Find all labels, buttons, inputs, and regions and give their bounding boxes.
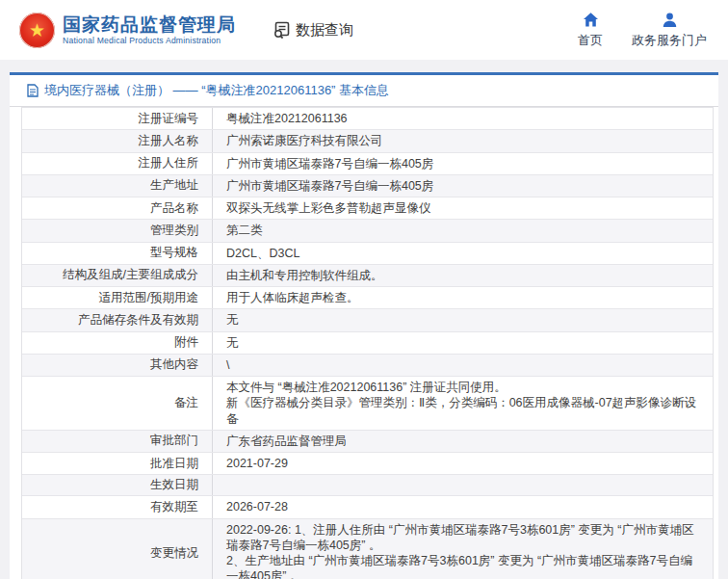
- row-label-text: 型号规格: [150, 245, 198, 261]
- table-row: 注册人住所 广州市黄埔区瑞泰路7号自编一栋405房: [22, 153, 713, 175]
- row-value: 广州索诺康医疗科技有限公司: [213, 130, 713, 151]
- row-value: 广州市黄埔区瑞泰路7号自编一栋405房: [213, 175, 713, 197]
- row-value: 双探头无线掌上彩色多普勒超声显像仪: [213, 197, 713, 219]
- row-label: 其他内容: [22, 355, 213, 376]
- home-icon: [583, 12, 599, 28]
- user-icon: [662, 12, 678, 28]
- row-label-text: 注册人名称: [139, 133, 199, 149]
- row-label: 变更情况: [22, 519, 213, 579]
- row-label-text: 备注: [174, 395, 198, 411]
- table-row: 注册证编号 粤械注准20212061136: [22, 108, 713, 130]
- table-row: 型号规格 D2CL、D3CL: [22, 243, 713, 265]
- nmpa-emblem-logo: ★: [19, 13, 55, 48]
- row-label-text: 变更情况: [150, 545, 198, 562]
- row-value: 第二类: [213, 220, 713, 241]
- data-query-link[interactable]: 数据查询: [273, 21, 353, 39]
- top-nav: 首页 政务服务门户: [578, 12, 707, 49]
- org-name-cn: 国家药品监督管理局: [63, 14, 236, 36]
- row-label-text: 注册人住所: [139, 155, 199, 171]
- row-label-text: 管理类别: [150, 223, 198, 239]
- brand-text: 国家药品监督管理局 National Medical Products Admi…: [63, 14, 236, 46]
- row-value: 由主机和专用控制软件组成。: [213, 265, 713, 286]
- row-value: 无: [213, 332, 713, 354]
- row-value: 粤械注准20212061136: [213, 108, 713, 129]
- row-label: 结构及组成/主要组成成分: [22, 265, 213, 286]
- row-value: 2021-07-29: [213, 453, 713, 474]
- row-label: 附件: [22, 332, 213, 354]
- row-label: 管理类别: [22, 220, 213, 241]
- row-label: 有效期至: [22, 496, 213, 517]
- row-value: 用于人体临床超声检查。: [213, 287, 713, 308]
- info-table: 注册证编号 粤械注准20212061136 注册人名称 广州索诺康医疗科技有限公…: [21, 107, 714, 579]
- table-row: 生产地址 广州市黄埔区瑞泰路7号自编一栋405房: [22, 175, 713, 197]
- row-label-text: 审批部门: [150, 433, 198, 449]
- table-row: 注册人名称 广州索诺康医疗科技有限公司: [22, 130, 713, 152]
- nav-home[interactable]: 首页: [578, 12, 603, 49]
- row-label-text: 结构及组成/主要组成成分: [63, 267, 198, 283]
- table-row: 产品名称 双探头无线掌上彩色多普勒超声显像仪: [22, 197, 713, 220]
- row-label: 注册人住所: [22, 153, 213, 174]
- row-label: 注册证编号: [22, 108, 213, 129]
- table-row: 附件 无: [22, 332, 713, 355]
- data-query-icon: [273, 21, 291, 39]
- row-label-text: 其他内容: [150, 356, 198, 373]
- row-label: 注册人名称: [22, 130, 213, 151]
- row-value: D2CL、D3CL: [213, 243, 713, 264]
- row-label-text: 产品名称: [150, 200, 198, 217]
- row-value: \: [213, 355, 713, 376]
- row-label: 批准日期: [22, 453, 213, 474]
- row-label-text: 生效日期: [150, 477, 198, 493]
- table-row: 适用范围/预期用途 用于人体临床超声检查。: [22, 287, 713, 309]
- row-label-text: 批准日期: [150, 456, 198, 472]
- row-label-text: 有效期至: [150, 499, 198, 515]
- table-row: 生效日期: [22, 475, 713, 496]
- row-label-text: 产品储存条件及有效期: [78, 312, 198, 329]
- row-value: 无: [213, 309, 713, 330]
- nav-gov-portal[interactable]: 政务服务门户: [632, 12, 707, 49]
- row-value: 广东省药品监督管理局: [213, 431, 713, 452]
- page-title: 境内医疗器械（注册） —— “粤械注准20212061136” 基本信息: [44, 82, 389, 99]
- content-card: 境内医疗器械（注册） —— “粤械注准20212061136” 基本信息 注册证…: [10, 72, 718, 579]
- row-value: 本文件与 “粤械注准20212061136” 注册证共同使用。 新《医疗器械分类…: [213, 377, 713, 430]
- table-row: 审批部门 广东省药品监督管理局: [22, 431, 713, 453]
- row-label: 型号规格: [22, 243, 213, 264]
- row-label: 产品储存条件及有效期: [22, 309, 213, 330]
- row-label: 产品名称: [22, 197, 213, 219]
- table-row: 其他内容 \: [22, 355, 713, 377]
- row-value: 2026-07-28: [213, 496, 713, 517]
- row-label: 生产地址: [22, 175, 213, 197]
- table-row: 结构及组成/主要组成成分 由主机和专用控制软件组成。: [22, 265, 713, 287]
- row-label: 生效日期: [22, 475, 213, 495]
- data-query-label: 数据查询: [296, 21, 353, 39]
- document-icon: [27, 84, 39, 97]
- table-row: 有效期至 2026-07-28: [22, 496, 713, 518]
- row-label-text: 附件: [174, 334, 198, 351]
- row-label-text: 生产地址: [150, 177, 198, 194]
- row-value: 广州市黄埔区瑞泰路7号自编一栋405房: [213, 153, 713, 174]
- page-title-bar: 境内医疗器械（注册） —— “粤械注准20212061136” 基本信息: [10, 75, 718, 107]
- org-name-en: National Medical Products Administration: [63, 36, 236, 46]
- row-value: 2022-09-26: 1、注册人住所由 “广州市黄埔区瑞泰路7号3栋601房”…: [213, 519, 713, 579]
- table-row: 产品储存条件及有效期 无: [22, 309, 713, 331]
- table-row: 管理类别 第二类: [22, 220, 713, 242]
- row-label-text: 适用范围/预期用途: [99, 290, 198, 306]
- row-label: 适用范围/预期用途: [22, 287, 213, 308]
- site-header: ★ 国家药品监督管理局 National Medical Products Ad…: [0, 0, 728, 60]
- row-label: 审批部门: [22, 431, 213, 452]
- row-value: [213, 475, 713, 495]
- nav-home-label: 首页: [578, 32, 603, 49]
- table-row: 备注 本文件与 “粤械注准20212061136” 注册证共同使用。 新《医疗器…: [22, 377, 713, 431]
- row-label: 备注: [22, 377, 213, 430]
- table-row: 变更情况 2022-09-26: 1、注册人住所由 “广州市黄埔区瑞泰路7号3栋…: [22, 519, 713, 579]
- row-label-text: 注册证编号: [139, 111, 199, 127]
- table-row: 批准日期 2021-07-29: [22, 453, 713, 475]
- brand: ★ 国家药品监督管理局 National Medical Products Ad…: [19, 13, 236, 48]
- nav-gov-portal-label: 政务服务门户: [632, 32, 707, 49]
